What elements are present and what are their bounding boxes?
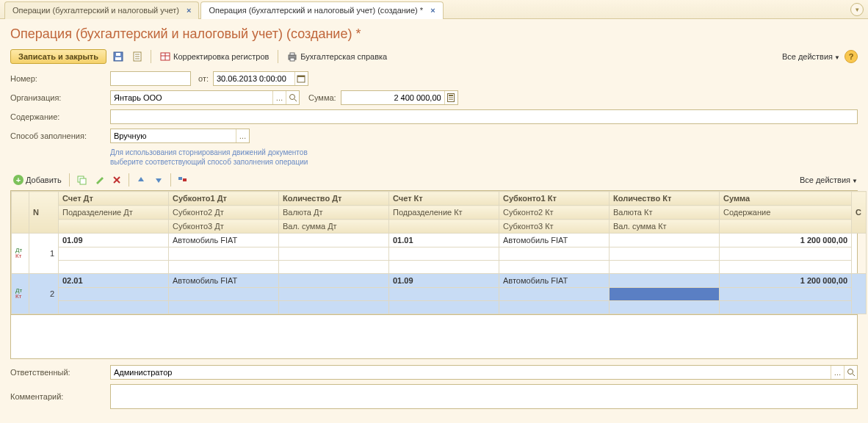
col-subc1-dt[interactable]: Субконто1 Дт — [169, 192, 279, 206]
save-close-button[interactable]: Записать и закрыть — [10, 49, 106, 64]
svg-rect-29 — [178, 177, 182, 180]
comment-wrap — [110, 384, 858, 409]
tab-operations-list[interactable]: Операции (бухгалтерский и налоговый учет… — [4, 1, 199, 19]
content-input[interactable] — [110, 109, 858, 124]
table-row[interactable] — [12, 261, 867, 274]
close-icon[interactable]: × — [430, 6, 435, 15]
col-acc-dt[interactable]: Счет Дт — [59, 192, 169, 206]
table-row[interactable] — [12, 301, 867, 314]
comment-input[interactable] — [111, 385, 857, 408]
chevron-down-icon: ▼ — [834, 54, 840, 61]
org-label: Организация: — [10, 93, 106, 102]
svg-point-24 — [452, 99, 453, 101]
col-acc-kt[interactable]: Счет Кт — [389, 192, 499, 206]
svg-point-23 — [450, 99, 452, 101]
table-icon — [160, 51, 170, 62]
svg-point-19 — [449, 97, 450, 98]
org-input[interactable] — [111, 91, 272, 104]
svg-point-31 — [847, 369, 853, 375]
col-subc1-kt[interactable]: Субконто1 Кт — [499, 192, 610, 206]
number-input[interactable] — [110, 71, 191, 86]
table-row[interactable]: ДтКт 2 02.01 Автомобиль FIAT 01.09 Автом… — [12, 274, 867, 288]
svg-line-16 — [294, 99, 297, 101]
hint-text: Для использования сторнирования движений… — [110, 148, 858, 167]
entries-grid[interactable]: N Счет Дт Субконто1 Дт Количество Дт Сче… — [10, 190, 858, 315]
edit-icon[interactable] — [92, 173, 106, 187]
svg-point-15 — [289, 95, 294, 100]
responsible-label: Ответственный: — [10, 368, 106, 377]
grid-toolbar: + Добавить Все действия▼ — [10, 173, 858, 187]
calculator-icon[interactable] — [444, 91, 457, 104]
tabs-bar: Операции (бухгалтерский и налоговый учет… — [0, 0, 868, 19]
svg-rect-14 — [297, 76, 305, 77]
search-icon[interactable] — [286, 91, 299, 104]
tab-operation-create[interactable]: Операция (бухгалтерский и налоговый учет… — [200, 1, 443, 19]
col-qty-dt[interactable]: Количество Дт — [279, 192, 389, 206]
number-label: Номер: — [10, 74, 106, 83]
document-icon[interactable] — [130, 49, 145, 64]
fill-method-label: Способ заполнения: — [10, 131, 106, 140]
move-down-icon[interactable] — [151, 173, 166, 187]
svg-point-21 — [452, 97, 453, 98]
calendar-icon[interactable] — [294, 72, 308, 85]
grid-all-actions-dropdown[interactable]: Все действия▼ — [800, 176, 858, 184]
chevron-down-icon: ▼ — [852, 178, 858, 184]
col-qty-kt[interactable]: Количество Кт — [610, 192, 720, 206]
col-sum[interactable]: Сумма — [720, 192, 852, 206]
save-icon[interactable] — [111, 49, 126, 64]
svg-point-22 — [449, 99, 450, 101]
dtkt-icon: ДтКт — [15, 247, 22, 259]
svg-rect-12 — [290, 58, 294, 61]
add-row-button[interactable]: + Добавить — [10, 173, 65, 187]
accounting-ref-button[interactable]: Бухгалтерская справка — [284, 50, 390, 63]
fill-method-input[interactable] — [111, 129, 236, 142]
delete-icon[interactable] — [109, 173, 124, 187]
table-row[interactable] — [12, 288, 867, 301]
correct-registers-button[interactable]: Корректировка регистров — [157, 50, 272, 63]
move-up-icon[interactable] — [134, 173, 148, 187]
org-input-wrap: … — [110, 90, 300, 105]
svg-rect-2 — [116, 53, 120, 56]
svg-rect-1 — [115, 57, 121, 60]
ellipsis-icon[interactable]: … — [831, 366, 844, 379]
grid-empty-area[interactable] — [10, 315, 858, 359]
sum-input[interactable] — [341, 91, 444, 104]
printer-icon — [287, 51, 297, 62]
tab-label: Операции (бухгалтерский и налоговый учет… — [12, 6, 179, 15]
svg-line-32 — [853, 374, 855, 376]
sum-input-wrap — [341, 90, 458, 105]
copy-icon[interactable] — [74, 173, 89, 187]
col-n[interactable]: N — [29, 192, 59, 234]
svg-rect-18 — [449, 95, 453, 96]
table-row[interactable] — [12, 247, 867, 261]
responsible-input[interactable] — [111, 366, 831, 379]
col-s[interactable]: С — [852, 192, 867, 234]
plus-icon: + — [13, 175, 23, 185]
help-icon[interactable]: ? — [845, 50, 858, 63]
comment-label: Комментарий: — [10, 392, 106, 401]
ellipsis-icon[interactable]: … — [272, 91, 286, 104]
dtkt-icon: ДтКт — [15, 288, 22, 300]
svg-rect-30 — [183, 178, 187, 181]
flag-icon[interactable] — [176, 173, 190, 187]
svg-rect-11 — [290, 53, 294, 55]
close-icon[interactable]: × — [187, 6, 191, 15]
from-label: от: — [198, 74, 209, 83]
date-input-wrap — [213, 71, 308, 86]
tab-label: Операция (бухгалтерский и налоговый учет… — [209, 6, 423, 15]
fill-method-wrap: … — [110, 129, 250, 143]
date-input[interactable] — [214, 72, 294, 85]
responsible-wrap: … — [110, 365, 858, 380]
svg-rect-26 — [80, 178, 86, 184]
ellipsis-icon[interactable]: … — [236, 129, 249, 142]
search-icon[interactable] — [844, 366, 857, 379]
dropdown-icon[interactable]: ▾ — [850, 3, 864, 16]
sum-label: Сумма: — [308, 93, 336, 102]
table-row[interactable]: ДтКт 1 01.09 Автомобиль FIAT 01.01 Автом… — [12, 234, 867, 247]
main-toolbar: Записать и закрыть Корректировка регистр… — [10, 49, 858, 64]
page-title: Операция (бухгалтерский и налоговый учет… — [10, 26, 858, 42]
content-label: Содержание: — [10, 112, 106, 121]
all-actions-dropdown[interactable]: Все действия▼ — [782, 52, 840, 61]
svg-point-20 — [450, 97, 452, 98]
